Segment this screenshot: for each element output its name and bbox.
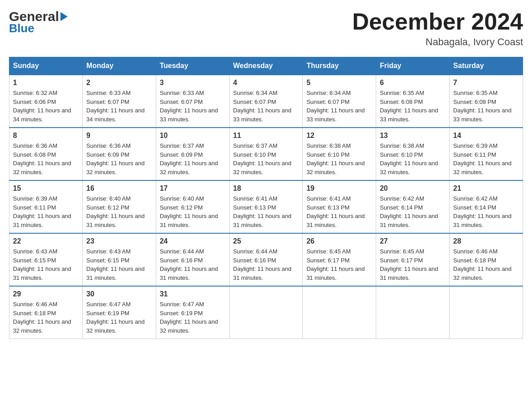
calendar-day-28: 28 Sunrise: 6:46 AM Sunset: 6:18 PM Dayl…: [450, 233, 523, 286]
calendar-day-17: 17 Sunrise: 6:40 AM Sunset: 6:12 PM Dayl…: [156, 180, 229, 233]
col-wednesday: Wednesday: [229, 57, 303, 75]
day-info: Sunrise: 6:47 AM Sunset: 6:19 PM Dayligh…: [160, 300, 226, 335]
calendar-day-4: 4 Sunrise: 6:34 AM Sunset: 6:07 PM Dayli…: [229, 75, 303, 128]
day-number: 16: [86, 184, 152, 193]
day-number: 28: [453, 237, 519, 245]
calendar-week-1: 1 Sunrise: 6:32 AM Sunset: 6:06 PM Dayli…: [9, 75, 523, 128]
day-info: Sunrise: 6:35 AM Sunset: 6:08 PM Dayligh…: [380, 89, 446, 124]
day-number: 20: [380, 184, 446, 193]
day-number: 18: [233, 184, 299, 193]
calendar-day-31: 31 Sunrise: 6:47 AM Sunset: 6:19 PM Dayl…: [156, 286, 229, 339]
calendar-day-27: 27 Sunrise: 6:45 AM Sunset: 6:17 PM Dayl…: [376, 233, 450, 286]
calendar-day-8: 8 Sunrise: 6:36 AM Sunset: 6:08 PM Dayli…: [9, 128, 83, 180]
day-number: 5: [306, 79, 372, 87]
day-info: Sunrise: 6:38 AM Sunset: 6:10 PM Dayligh…: [306, 141, 372, 176]
calendar-day-12: 12 Sunrise: 6:38 AM Sunset: 6:10 PM Dayl…: [303, 128, 376, 180]
calendar-day-empty: [450, 286, 523, 339]
calendar-week-3: 15 Sunrise: 6:39 AM Sunset: 6:11 PM Dayl…: [9, 180, 523, 233]
calendar-day-19: 19 Sunrise: 6:41 AM Sunset: 6:13 PM Dayl…: [303, 180, 376, 233]
day-info: Sunrise: 6:38 AM Sunset: 6:10 PM Dayligh…: [380, 141, 446, 176]
col-tuesday: Tuesday: [156, 57, 229, 75]
calendar-day-15: 15 Sunrise: 6:39 AM Sunset: 6:11 PM Dayl…: [9, 180, 83, 233]
day-number: 24: [160, 237, 226, 245]
day-number: 9: [86, 132, 152, 140]
day-info: Sunrise: 6:45 AM Sunset: 6:17 PM Dayligh…: [306, 247, 372, 282]
logo: General Blue: [9, 9, 68, 35]
calendar-week-4: 22 Sunrise: 6:43 AM Sunset: 6:15 PM Dayl…: [9, 233, 523, 286]
calendar-day-30: 30 Sunrise: 6:47 AM Sunset: 6:19 PM Dayl…: [82, 286, 156, 339]
calendar-day-empty: [229, 286, 303, 339]
day-number: 30: [86, 290, 152, 298]
day-info: Sunrise: 6:33 AM Sunset: 6:07 PM Dayligh…: [86, 89, 152, 124]
day-info: Sunrise: 6:43 AM Sunset: 6:15 PM Dayligh…: [86, 247, 152, 282]
day-info: Sunrise: 6:37 AM Sunset: 6:10 PM Dayligh…: [233, 141, 299, 176]
calendar-day-1: 1 Sunrise: 6:32 AM Sunset: 6:06 PM Dayli…: [9, 75, 83, 128]
day-info: Sunrise: 6:36 AM Sunset: 6:08 PM Dayligh…: [13, 141, 79, 176]
calendar-day-25: 25 Sunrise: 6:44 AM Sunset: 6:16 PM Dayl…: [229, 233, 303, 286]
day-number: 17: [160, 184, 226, 193]
calendar-day-14: 14 Sunrise: 6:39 AM Sunset: 6:11 PM Dayl…: [450, 128, 523, 180]
calendar-week-5: 29 Sunrise: 6:46 AM Sunset: 6:18 PM Dayl…: [9, 286, 523, 339]
day-number: 23: [86, 237, 152, 245]
day-info: Sunrise: 6:37 AM Sunset: 6:09 PM Dayligh…: [160, 141, 226, 176]
day-number: 29: [13, 290, 79, 298]
calendar-day-6: 6 Sunrise: 6:35 AM Sunset: 6:08 PM Dayli…: [376, 75, 450, 128]
calendar-day-13: 13 Sunrise: 6:38 AM Sunset: 6:10 PM Dayl…: [376, 128, 450, 180]
day-info: Sunrise: 6:43 AM Sunset: 6:15 PM Dayligh…: [13, 247, 79, 282]
col-saturday: Saturday: [450, 57, 523, 75]
calendar-day-2: 2 Sunrise: 6:33 AM Sunset: 6:07 PM Dayli…: [82, 75, 156, 128]
day-number: 19: [306, 184, 372, 193]
day-number: 13: [380, 132, 446, 140]
calendar-day-22: 22 Sunrise: 6:43 AM Sunset: 6:15 PM Dayl…: [9, 233, 83, 286]
day-info: Sunrise: 6:47 AM Sunset: 6:19 PM Dayligh…: [86, 300, 152, 335]
day-info: Sunrise: 6:40 AM Sunset: 6:12 PM Dayligh…: [86, 194, 152, 229]
day-info: Sunrise: 6:40 AM Sunset: 6:12 PM Dayligh…: [160, 194, 226, 229]
location-text: Nabagala, Ivory Coast: [352, 36, 523, 48]
day-info: Sunrise: 6:39 AM Sunset: 6:11 PM Dayligh…: [453, 141, 519, 176]
month-title: December 2024: [352, 9, 523, 34]
day-number: 2: [86, 79, 152, 87]
calendar-day-9: 9 Sunrise: 6:36 AM Sunset: 6:09 PM Dayli…: [82, 128, 156, 180]
calendar-day-empty: [303, 286, 376, 339]
day-number: 14: [453, 132, 519, 140]
day-info: Sunrise: 6:44 AM Sunset: 6:16 PM Dayligh…: [160, 247, 226, 282]
day-number: 31: [160, 290, 226, 298]
day-number: 12: [306, 132, 372, 140]
day-number: 11: [233, 132, 299, 140]
day-number: 27: [380, 237, 446, 245]
day-number: 10: [160, 132, 226, 140]
col-monday: Monday: [82, 57, 156, 75]
day-info: Sunrise: 6:33 AM Sunset: 6:07 PM Dayligh…: [160, 89, 226, 124]
calendar-day-21: 21 Sunrise: 6:42 AM Sunset: 6:14 PM Dayl…: [450, 180, 523, 233]
day-info: Sunrise: 6:32 AM Sunset: 6:06 PM Dayligh…: [13, 89, 79, 124]
calendar-day-23: 23 Sunrise: 6:43 AM Sunset: 6:15 PM Dayl…: [82, 233, 156, 286]
day-info: Sunrise: 6:45 AM Sunset: 6:17 PM Dayligh…: [380, 247, 446, 282]
calendar-day-24: 24 Sunrise: 6:44 AM Sunset: 6:16 PM Dayl…: [156, 233, 229, 286]
calendar-day-20: 20 Sunrise: 6:42 AM Sunset: 6:14 PM Dayl…: [376, 180, 450, 233]
day-info: Sunrise: 6:46 AM Sunset: 6:18 PM Dayligh…: [13, 300, 79, 335]
day-info: Sunrise: 6:36 AM Sunset: 6:09 PM Dayligh…: [86, 141, 152, 176]
calendar-day-3: 3 Sunrise: 6:33 AM Sunset: 6:07 PM Dayli…: [156, 75, 229, 128]
day-number: 7: [453, 79, 519, 87]
day-number: 22: [13, 237, 79, 245]
calendar-day-5: 5 Sunrise: 6:34 AM Sunset: 6:07 PM Dayli…: [303, 75, 376, 128]
day-info: Sunrise: 6:42 AM Sunset: 6:14 PM Dayligh…: [453, 194, 519, 229]
day-info: Sunrise: 6:41 AM Sunset: 6:13 PM Dayligh…: [306, 194, 372, 229]
day-number: 1: [13, 79, 79, 87]
page-header: General Blue December 2024 Nabagala, Ivo…: [9, 9, 523, 48]
day-info: Sunrise: 6:35 AM Sunset: 6:08 PM Dayligh…: [453, 89, 519, 124]
col-friday: Friday: [376, 57, 450, 75]
col-sunday: Sunday: [9, 57, 83, 75]
day-info: Sunrise: 6:42 AM Sunset: 6:14 PM Dayligh…: [380, 194, 446, 229]
calendar-table: Sunday Monday Tuesday Wednesday Thursday…: [9, 57, 523, 339]
day-info: Sunrise: 6:44 AM Sunset: 6:16 PM Dayligh…: [233, 247, 299, 282]
calendar-day-16: 16 Sunrise: 6:40 AM Sunset: 6:12 PM Dayl…: [82, 180, 156, 233]
calendar-day-empty: [376, 286, 450, 339]
day-number: 4: [233, 79, 299, 87]
logo-blue-text: Blue: [9, 21, 34, 35]
calendar-day-18: 18 Sunrise: 6:41 AM Sunset: 6:13 PM Dayl…: [229, 180, 303, 233]
calendar-header-row: Sunday Monday Tuesday Wednesday Thursday…: [9, 57, 523, 75]
calendar-week-2: 8 Sunrise: 6:36 AM Sunset: 6:08 PM Dayli…: [9, 128, 523, 180]
calendar-day-29: 29 Sunrise: 6:46 AM Sunset: 6:18 PM Dayl…: [9, 286, 83, 339]
day-number: 3: [160, 79, 226, 87]
